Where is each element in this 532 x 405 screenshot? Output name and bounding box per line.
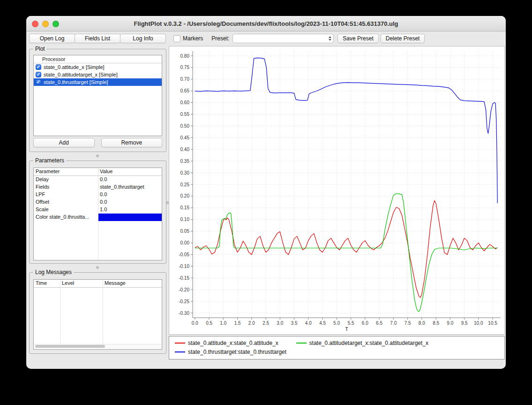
parameter-name: LPF [34, 191, 98, 199]
column-header-parameter[interactable]: Parameter [34, 168, 98, 176]
svg-text:0.55: 0.55 [180, 112, 190, 117]
svg-text:8.5: 8.5 [433, 321, 439, 326]
plot-list-item[interactable]: ✓state_0.attitude_x [Simple] [34, 63, 162, 71]
item-checkbox[interactable]: ✓ [36, 64, 41, 70]
parameter-name: Offset [34, 199, 98, 206]
horizontal-scrollbar[interactable] [34, 344, 161, 349]
legend-label: state_0.thrusttarget:state_0.thrusttarge… [188, 349, 286, 355]
plot-panel: Plot Processor ✓state_0.attitude_x [Simp… [29, 49, 166, 152]
log-info-button[interactable]: Log Info [120, 34, 166, 43]
svg-text:0.75: 0.75 [180, 65, 190, 70]
toolbar: Open Log Fields List Log Info Markers Pr… [29, 33, 503, 44]
window-title: FlightPlot v.0.3.2 - /Users/oleg/Documen… [26, 20, 506, 27]
svg-text:-0.25: -0.25 [179, 299, 189, 304]
markers-label: Markers [183, 35, 203, 42]
svg-text:0.25: 0.25 [180, 182, 190, 187]
log-table-header: Time Level Message [34, 280, 162, 288]
markers-checkbox[interactable] [173, 35, 180, 42]
splitter-handle[interactable] [96, 266, 99, 269]
legend-line-sample [296, 343, 307, 344]
plot-list-item[interactable]: ✓state_0.thrusttarget [Simple] [34, 78, 162, 86]
svg-text:1.5: 1.5 [234, 321, 241, 326]
legend-label: state_0.attitudetarget_x:state_0.attitud… [309, 340, 428, 346]
add-button[interactable]: Add [33, 138, 95, 147]
svg-text:0.60: 0.60 [180, 100, 190, 105]
item-checkbox[interactable]: ✓ [36, 79, 41, 85]
svg-text:-0.05: -0.05 [179, 252, 189, 257]
svg-text:7.5: 7.5 [405, 321, 411, 326]
parameters-table[interactable]: Parameter Value Delay0.0Fieldsstate_0.th… [33, 168, 162, 260]
legend-label: state_0.attitude_x:state_0.attitude_x [188, 340, 278, 346]
svg-text:6.0: 6.0 [362, 321, 368, 326]
column-header-level[interactable]: Level [60, 280, 103, 287]
combobox-arrows-icon [329, 36, 331, 41]
svg-text:0.00: 0.00 [180, 240, 190, 245]
preset-label: Preset: [211, 35, 229, 42]
svg-text:2.0: 2.0 [248, 321, 255, 326]
parameter-value: 0.0 [98, 199, 162, 206]
svg-text:0.40: 0.40 [180, 147, 190, 152]
column-header-message[interactable]: Message [103, 280, 162, 287]
svg-text:0.80: 0.80 [180, 53, 190, 59]
color-swatch [98, 214, 162, 221]
fields-list-button[interactable]: Fields List [75, 34, 120, 43]
log-messages-panel: Log Messages Time Level Message [29, 272, 166, 354]
svg-text:0.65: 0.65 [180, 88, 190, 93]
legend-item: state_0.thrusttarget:state_0.thrusttarge… [175, 348, 286, 355]
chevron-up-icon [329, 36, 331, 38]
preset-combobox[interactable] [232, 34, 334, 43]
svg-text:T: T [345, 326, 348, 332]
plot-item-label: state_0.attitudetarget_x [Simple] [44, 72, 118, 77]
scrollbar-thumb[interactable] [35, 345, 105, 348]
svg-text:1.0: 1.0 [220, 321, 226, 326]
column-header-time[interactable]: Time [34, 280, 60, 287]
svg-text:3.0: 3.0 [277, 321, 283, 326]
minimize-window-button[interactable] [42, 21, 49, 27]
delete-preset-button[interactable]: Delete Preset [381, 34, 425, 43]
flightplot-window: FlightPlot v.0.3.2 - /Users/oleg/Documen… [26, 16, 506, 369]
parameter-value: 0.0 [98, 191, 162, 199]
parameter-value: 0.0 [98, 176, 162, 183]
parameter-name: Scale [34, 206, 98, 214]
column-divider [98, 168, 98, 260]
legend-line-sample [175, 343, 185, 344]
log-messages-panel-title: Log Messages [33, 269, 74, 275]
svg-text:8.0: 8.0 [419, 321, 425, 326]
plot-panel-title: Plot [33, 46, 47, 52]
splitter-handle[interactable] [96, 154, 99, 157]
plot-list-item[interactable]: ✓state_0.attitudetarget_x [Simple] [34, 71, 162, 78]
parameter-value: state_0.thrusttarget [98, 183, 162, 191]
chart-legend: state_0.attitude_x:state_0.attitude_xsta… [169, 336, 505, 359]
svg-text:0.20: 0.20 [180, 193, 190, 199]
zoom-window-button[interactable] [52, 21, 59, 27]
parameters-panel: Parameters Parameter Value Delay0.0Field… [29, 160, 166, 264]
legend-item: state_0.attitudetarget_x:state_0.attitud… [296, 339, 428, 346]
svg-text:0.5: 0.5 [206, 321, 212, 326]
chart-panel[interactable]: -0.30-0.25-0.20-0.15-0.10-0.050.000.050.… [169, 46, 505, 335]
chart-canvas[interactable]: -0.30-0.25-0.20-0.15-0.10-0.050.000.050.… [169, 46, 504, 334]
save-preset-button[interactable]: Save Preset [337, 34, 378, 43]
column-header-value[interactable]: Value [98, 168, 162, 176]
open-log-button[interactable]: Open Log [29, 34, 75, 43]
markers-control: Markers [173, 35, 203, 42]
window-controls [32, 21, 59, 27]
processor-column-header[interactable]: Processor [34, 55, 162, 63]
log-messages-table[interactable]: Time Level Message [33, 279, 162, 350]
svg-text:0.0: 0.0 [192, 321, 198, 326]
svg-text:7.0: 7.0 [390, 321, 397, 326]
chevron-down-icon [329, 39, 331, 41]
svg-text:0.10: 0.10 [180, 217, 190, 222]
svg-text:6.5: 6.5 [376, 321, 382, 326]
svg-text:10.5: 10.5 [488, 321, 497, 326]
item-checkbox[interactable]: ✓ [36, 72, 41, 77]
svg-text:0.15: 0.15 [180, 205, 190, 210]
svg-text:-0.10: -0.10 [179, 264, 189, 269]
svg-text:4.0: 4.0 [305, 321, 312, 326]
remove-button[interactable]: Remove [101, 138, 163, 147]
close-window-button[interactable] [32, 21, 38, 27]
svg-text:5.5: 5.5 [348, 321, 354, 326]
parameter-value: 1.0 [98, 206, 162, 214]
plot-series-list[interactable]: Processor ✓state_0.attitude_x [Simple]✓s… [33, 55, 162, 136]
parameters-panel-title: Parameters [33, 157, 66, 164]
titlebar[interactable]: FlightPlot v.0.3.2 - /Users/oleg/Documen… [26, 16, 506, 31]
